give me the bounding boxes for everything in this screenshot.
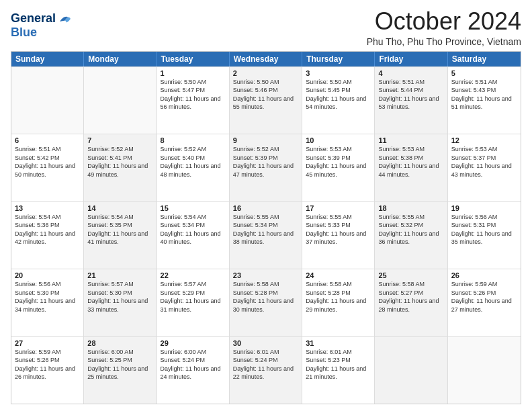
calendar-cell: 27Sunrise: 5:59 AMSunset: 5:26 PMDayligh… xyxy=(11,337,84,404)
calendar-cell: 24Sunrise: 5:58 AMSunset: 5:28 PMDayligh… xyxy=(302,269,375,336)
sun-info: Sunrise: 5:56 AMSunset: 5:31 PMDaylight:… xyxy=(451,213,517,246)
calendar-cell: 7Sunrise: 5:52 AMSunset: 5:41 PMDaylight… xyxy=(84,134,157,201)
day-number: 15 xyxy=(161,204,226,212)
calendar-row: 1Sunrise: 5:50 AMSunset: 5:47 PMDaylight… xyxy=(11,66,521,134)
calendar: SundayMondayTuesdayWednesdayThursdayFrid… xyxy=(11,51,521,404)
day-number: 18 xyxy=(378,204,443,212)
calendar-cell: 31Sunrise: 6:01 AMSunset: 5:23 PMDayligh… xyxy=(302,337,375,404)
weekday-header: Monday xyxy=(84,52,157,66)
calendar-cell: 2Sunrise: 5:50 AMSunset: 5:46 PMDaylight… xyxy=(230,67,302,134)
calendar-cell xyxy=(11,67,84,134)
day-number: 26 xyxy=(451,271,517,279)
sun-info: Sunrise: 5:55 AMSunset: 5:32 PMDaylight:… xyxy=(378,213,443,246)
day-number: 24 xyxy=(306,271,371,279)
calendar-cell: 12Sunrise: 5:53 AMSunset: 5:37 PMDayligh… xyxy=(448,134,521,201)
day-number: 27 xyxy=(15,339,80,347)
weekday-header: Wednesday xyxy=(230,52,302,66)
calendar-cell: 25Sunrise: 5:58 AMSunset: 5:27 PMDayligh… xyxy=(375,269,447,336)
day-number: 10 xyxy=(306,136,371,144)
calendar-cell: 29Sunrise: 6:00 AMSunset: 5:24 PMDayligh… xyxy=(157,337,230,404)
day-number: 1 xyxy=(161,69,226,77)
day-number: 20 xyxy=(15,271,80,279)
weekday-header: Saturday xyxy=(448,52,521,66)
calendar-cell: 20Sunrise: 5:56 AMSunset: 5:30 PMDayligh… xyxy=(11,269,84,336)
logo: General Blue xyxy=(11,11,73,40)
calendar-cell: 4Sunrise: 5:51 AMSunset: 5:44 PMDaylight… xyxy=(375,67,447,134)
day-number: 6 xyxy=(15,136,80,144)
day-number: 7 xyxy=(87,136,152,144)
sun-info: Sunrise: 5:52 AMSunset: 5:39 PMDaylight:… xyxy=(233,145,298,179)
sun-info: Sunrise: 5:51 AMSunset: 5:44 PMDaylight:… xyxy=(378,78,443,111)
title-block: October 2024 Phu Tho, Phu Tho Province, … xyxy=(367,8,521,47)
calendar-cell: 15Sunrise: 5:54 AMSunset: 5:34 PMDayligh… xyxy=(157,202,230,269)
day-number: 11 xyxy=(378,136,443,144)
sun-info: Sunrise: 5:57 AMSunset: 5:30 PMDaylight:… xyxy=(87,280,152,314)
weekday-header: Sunday xyxy=(11,52,84,66)
calendar-cell xyxy=(84,67,157,134)
calendar-cell: 18Sunrise: 5:55 AMSunset: 5:32 PMDayligh… xyxy=(375,202,447,269)
day-number: 17 xyxy=(306,204,371,212)
calendar-cell: 1Sunrise: 5:50 AMSunset: 5:47 PMDaylight… xyxy=(157,67,230,134)
day-number: 25 xyxy=(378,271,443,279)
logo-text: General xyxy=(11,12,56,26)
sun-info: Sunrise: 5:55 AMSunset: 5:34 PMDaylight:… xyxy=(233,213,298,246)
calendar-cell: 9Sunrise: 5:52 AMSunset: 5:39 PMDaylight… xyxy=(230,134,302,201)
sun-info: Sunrise: 5:52 AMSunset: 5:40 PMDaylight:… xyxy=(161,145,226,179)
sun-info: Sunrise: 5:52 AMSunset: 5:41 PMDaylight:… xyxy=(87,145,152,179)
day-number: 28 xyxy=(87,339,152,347)
weekday-header: Friday xyxy=(375,52,447,66)
logo-blue: Blue xyxy=(11,26,37,40)
sun-info: Sunrise: 6:01 AMSunset: 5:24 PMDaylight:… xyxy=(233,348,298,381)
sun-info: Sunrise: 6:01 AMSunset: 5:23 PMDaylight:… xyxy=(306,348,371,381)
sun-info: Sunrise: 5:50 AMSunset: 5:46 PMDaylight:… xyxy=(233,78,298,111)
sun-info: Sunrise: 5:58 AMSunset: 5:28 PMDaylight:… xyxy=(306,280,371,314)
calendar-body: 1Sunrise: 5:50 AMSunset: 5:47 PMDaylight… xyxy=(11,66,521,404)
sun-info: Sunrise: 5:58 AMSunset: 5:28 PMDaylight:… xyxy=(233,280,298,314)
sun-info: Sunrise: 5:51 AMSunset: 5:43 PMDaylight:… xyxy=(451,78,517,111)
calendar-row: 6Sunrise: 5:51 AMSunset: 5:42 PMDaylight… xyxy=(11,134,521,201)
calendar-cell: 17Sunrise: 5:55 AMSunset: 5:33 PMDayligh… xyxy=(302,202,375,269)
calendar-header: SundayMondayTuesdayWednesdayThursdayFrid… xyxy=(11,52,521,66)
sun-info: Sunrise: 5:57 AMSunset: 5:29 PMDaylight:… xyxy=(161,280,226,314)
weekday-header: Tuesday xyxy=(157,52,230,66)
sun-info: Sunrise: 6:00 AMSunset: 5:24 PMDaylight:… xyxy=(161,348,226,381)
day-number: 29 xyxy=(161,339,226,347)
calendar-cell: 30Sunrise: 6:01 AMSunset: 5:24 PMDayligh… xyxy=(230,337,302,404)
calendar-cell: 3Sunrise: 5:50 AMSunset: 5:45 PMDaylight… xyxy=(302,67,375,134)
calendar-cell: 19Sunrise: 5:56 AMSunset: 5:31 PMDayligh… xyxy=(448,202,521,269)
day-number: 9 xyxy=(233,136,298,144)
header: General Blue October 2024 Phu Tho, Phu T… xyxy=(11,8,521,47)
page: General Blue October 2024 Phu Tho, Phu T… xyxy=(0,0,532,411)
weekday-header: Thursday xyxy=(302,52,375,66)
day-number: 14 xyxy=(87,204,152,212)
sun-info: Sunrise: 5:56 AMSunset: 5:30 PMDaylight:… xyxy=(15,280,80,314)
day-number: 16 xyxy=(233,204,298,212)
sun-info: Sunrise: 5:51 AMSunset: 5:42 PMDaylight:… xyxy=(15,145,80,179)
day-number: 3 xyxy=(306,69,371,77)
calendar-row: 13Sunrise: 5:54 AMSunset: 5:36 PMDayligh… xyxy=(11,201,521,269)
day-number: 30 xyxy=(233,339,298,347)
calendar-cell: 10Sunrise: 5:53 AMSunset: 5:39 PMDayligh… xyxy=(302,134,375,201)
sun-info: Sunrise: 5:58 AMSunset: 5:27 PMDaylight:… xyxy=(378,280,443,314)
day-number: 31 xyxy=(306,339,371,347)
day-number: 23 xyxy=(233,271,298,279)
calendar-row: 20Sunrise: 5:56 AMSunset: 5:30 PMDayligh… xyxy=(11,269,521,336)
calendar-cell: 8Sunrise: 5:52 AMSunset: 5:40 PMDaylight… xyxy=(157,134,230,201)
sun-info: Sunrise: 5:59 AMSunset: 5:26 PMDaylight:… xyxy=(15,348,80,381)
day-number: 5 xyxy=(451,69,517,77)
sun-info: Sunrise: 5:54 AMSunset: 5:36 PMDaylight:… xyxy=(15,213,80,246)
day-number: 22 xyxy=(161,271,226,279)
day-number: 4 xyxy=(378,69,443,77)
sun-info: Sunrise: 5:59 AMSunset: 5:26 PMDaylight:… xyxy=(451,280,517,314)
sun-info: Sunrise: 5:50 AMSunset: 5:47 PMDaylight:… xyxy=(161,78,226,111)
sun-info: Sunrise: 6:00 AMSunset: 5:25 PMDaylight:… xyxy=(87,348,152,381)
sun-info: Sunrise: 5:54 AMSunset: 5:34 PMDaylight:… xyxy=(161,213,226,246)
day-number: 8 xyxy=(161,136,226,144)
calendar-cell: 13Sunrise: 5:54 AMSunset: 5:36 PMDayligh… xyxy=(11,202,84,269)
calendar-cell xyxy=(375,337,447,404)
sun-info: Sunrise: 5:53 AMSunset: 5:39 PMDaylight:… xyxy=(306,145,371,179)
calendar-cell: 23Sunrise: 5:58 AMSunset: 5:28 PMDayligh… xyxy=(230,269,302,336)
day-number: 21 xyxy=(87,271,152,279)
calendar-cell: 5Sunrise: 5:51 AMSunset: 5:43 PMDaylight… xyxy=(448,67,521,134)
calendar-cell: 22Sunrise: 5:57 AMSunset: 5:29 PMDayligh… xyxy=(157,269,230,336)
